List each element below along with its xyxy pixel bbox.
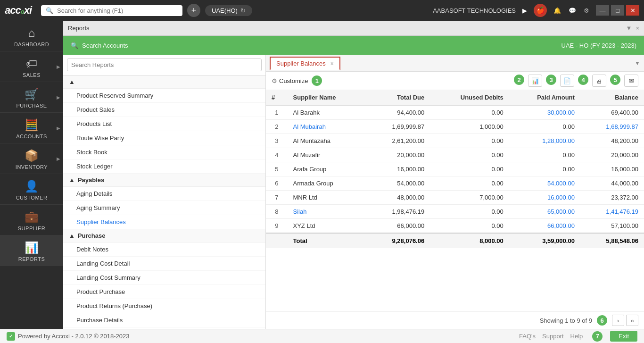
cell-name: MNR Ltd (288, 191, 367, 205)
arrow-icon-purchase: ▶ (57, 95, 60, 100)
toolbar-num4-badge: 4 (578, 75, 588, 85)
footer-unused-debits: 8,000.00 (430, 233, 509, 248)
sidebar-item-inventory[interactable]: 📦 INVENTORY ▶ (0, 143, 63, 174)
exit-num-badge: 7 (592, 331, 603, 342)
table-row: 4 Al Muzafir 20,000.00 0.00 0.00 20,000.… (266, 148, 644, 162)
tab-close-icon[interactable]: × (636, 25, 639, 32)
next-page-button[interactable]: › (612, 315, 624, 326)
footer-total-due: 9,28,076.06 (366, 233, 430, 248)
footer-label: Total (288, 233, 367, 248)
cell-paid-amount: 0.00 (509, 148, 580, 162)
list-item-supplier-balances[interactable]: Supplier Balances (63, 215, 265, 229)
cell-balance: 1,68,999.87 (580, 120, 644, 134)
list-item-product-returns-purchase[interactable]: Product Returns (Purchase) (63, 299, 265, 313)
customize-button[interactable]: ⚙ Customize (272, 77, 308, 84)
group-label-purchase: Purchase (78, 232, 106, 239)
cell-unused-debits: 7,000.00 (430, 191, 509, 205)
notifications-icon[interactable]: 🔔 (553, 7, 561, 14)
cell-paid-amount: 30,000.00 (509, 105, 580, 120)
email-button[interactable]: ✉ (624, 75, 638, 87)
table-row: 8 Silah 1,98,476.19 0.00 65,000.00 1,41,… (266, 205, 644, 219)
close-button[interactable]: ✕ (626, 5, 639, 16)
faq-link[interactable]: FAQ's (519, 333, 536, 340)
cell-num: 2 (266, 120, 288, 134)
active-tab-bar: Supplier Balances × ▼ (266, 55, 644, 72)
global-search-input[interactable] (57, 7, 170, 14)
list-item-product-purchase[interactable]: Product Purchase (63, 285, 265, 299)
avatar: 🍎 (534, 4, 547, 17)
search-accounts-btn[interactable]: 🔍 Search Accounts (71, 42, 128, 49)
print-button[interactable]: 🖨 (592, 75, 606, 87)
list-item-debit-notes[interactable]: Debit Notes (63, 243, 265, 257)
cell-paid-amount: 16,000.00 (509, 191, 580, 205)
support-link[interactable]: Support (542, 333, 564, 340)
customize-label: Customize (279, 77, 308, 84)
col-header-balance: Balance (580, 90, 644, 105)
table-row: 7 MNR Ltd 48,000.00 7,000.00 16,000.00 2… (266, 191, 644, 205)
main-layout: ⌂ DASHBOARD 🏷 SALES ▶ 🛒 PURCHASE ▶ 🧮 ACC… (0, 21, 644, 329)
sidebar-item-sales[interactable]: 🏷 SALES ▶ (0, 51, 63, 82)
list-item-stock-book[interactable]: Stock Book (63, 145, 265, 159)
cell-paid-amount: 65,000.00 (509, 205, 580, 219)
pdf-export-button[interactable]: 📄 (560, 75, 574, 87)
sidebar-item-accounts[interactable]: 🧮 ACCOUNTS ▶ (0, 113, 63, 143)
list-item-stock-ledger[interactable]: Stock Ledger (63, 159, 265, 174)
minimize-button[interactable]: — (596, 5, 609, 16)
global-search-bar[interactable]: 🔍 (41, 5, 182, 16)
sidebar-item-customer[interactable]: 👤 CUSTOMER (0, 174, 63, 205)
list-item-products-list[interactable]: Products List (63, 117, 265, 131)
help-link[interactable]: Help (570, 333, 583, 340)
sidebar-item-purchase[interactable]: 🛒 PURCHASE ▶ (0, 82, 63, 113)
cell-unused-debits: 0.00 (430, 162, 509, 176)
sidebar-label-sales: SALES (23, 72, 41, 78)
settings-icon[interactable]: ⚙ (584, 7, 589, 14)
col-header-total-due: Total Due (366, 90, 430, 105)
list-item-product-sales[interactable]: Product Sales (63, 103, 265, 117)
sidebar-label-inventory: INVENTORY (16, 164, 48, 170)
cell-total-due: 1,98,476.19 (366, 205, 430, 219)
table-row: 9 XYZ Ltd 66,000.00 0.00 66,000.00 57,10… (266, 219, 644, 234)
toolbar-num5-badge: 5 (610, 75, 620, 85)
excel-icon: 📊 (531, 77, 539, 84)
list-item-aging-summary[interactable]: Aging Summary (63, 201, 265, 215)
group-header-other[interactable]: ▲ (63, 75, 265, 89)
print-icon: 🖨 (596, 77, 603, 84)
last-page-button[interactable]: » (626, 315, 638, 326)
list-item-purchase-details[interactable]: Purchase Details (63, 313, 265, 327)
sidebar-item-reports[interactable]: 📊 REPORTS (0, 235, 63, 266)
add-button[interactable]: + (187, 4, 200, 17)
dashboard-icon: ⌂ (28, 26, 35, 40)
sidebar-label-dashboard: DASHBOARD (14, 42, 49, 47)
list-item-landing-cost-detail[interactable]: Landing Cost Detail (63, 257, 265, 271)
list-item-landing-cost-summary[interactable]: Landing Cost Summary (63, 271, 265, 285)
supplier-balances-tab[interactable]: Supplier Balances × (270, 57, 340, 70)
group-header-payables[interactable]: ▲ Payables (63, 174, 265, 187)
maximize-button[interactable]: □ (611, 5, 624, 16)
sidebar-item-supplier[interactable]: 💼 SUPPLIER (0, 205, 63, 235)
list-item-aging-details[interactable]: Aging Details (63, 187, 265, 201)
cell-unused-debits: 0.00 (430, 134, 509, 148)
tab-number-badge: ▼ (635, 60, 640, 67)
cell-num: 9 (266, 219, 288, 234)
cell-name: Armada Group (288, 176, 367, 191)
supplier-balances-tab-close[interactable]: × (330, 60, 334, 67)
footer-balance: 5,88,548.06 (580, 233, 644, 248)
cell-total-due: 20,000.00 (366, 148, 430, 162)
group-header-purchase[interactable]: ▲ Purchase (63, 229, 265, 243)
expand-icon[interactable]: ▶ (522, 7, 527, 14)
pin-icon[interactable]: ▼ (626, 25, 632, 32)
messages-icon[interactable]: 💬 (569, 7, 576, 14)
cell-num: 7 (266, 191, 288, 205)
col-header-paid-amount: Paid Amount (509, 90, 580, 105)
email-icon: ✉ (629, 77, 634, 84)
excel-export-button[interactable]: 📊 (528, 75, 542, 87)
refresh-icon[interactable]: ↻ (240, 7, 246, 14)
sidebar-item-dashboard[interactable]: ⌂ DASHBOARD (0, 21, 63, 51)
cell-balance: 23,372.00 (580, 191, 644, 205)
right-panel: Supplier Balances × ▼ ⚙ Customize 1 (266, 55, 644, 329)
exit-button[interactable]: Exit (610, 331, 637, 342)
list-item-route-wise-party[interactable]: Route Wise Party (63, 131, 265, 145)
reports-search-input[interactable] (67, 59, 262, 71)
list-item-product-reserved-summary[interactable]: Product Reserved Summary (63, 89, 265, 103)
win-controls: — □ ✕ (596, 5, 639, 16)
